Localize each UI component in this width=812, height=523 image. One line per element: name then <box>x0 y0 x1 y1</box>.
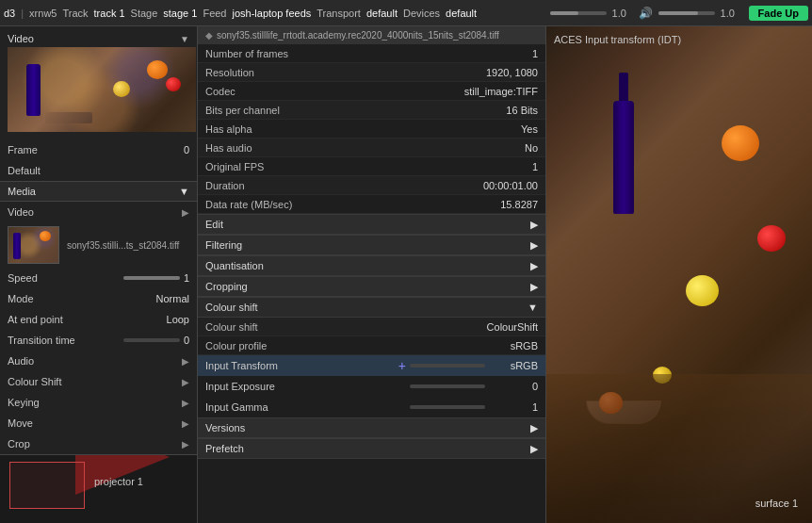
move-label: Move <box>8 417 33 429</box>
input-gamma-slider[interactable] <box>410 405 485 409</box>
surface-label: surface 1 <box>755 498 798 509</box>
speed-row: Speed 1 <box>0 268 197 288</box>
quantisation-section[interactable]: Quantisation ▶ <box>198 255 545 276</box>
edit-section[interactable]: Edit ▶ <box>198 214 545 235</box>
fade-up-button[interactable]: Fade Up <box>749 6 808 21</box>
center-panel: ◆ sonyf35.stilllife_rrtodt.academy.rec20… <box>198 26 546 523</box>
move-arrow-icon: ▶ <box>182 418 189 429</box>
thumb-bottle <box>26 64 41 116</box>
colour-shift-value-row: Colour shift ColourShift <box>198 318 545 336</box>
keying-arrow-icon: ▶ <box>182 398 189 408</box>
keying-section[interactable]: Keying ▶ <box>0 392 197 413</box>
transport-name[interactable]: default <box>366 8 398 19</box>
preview-image: ACES Input transform (IDT) surface 1 <box>546 26 812 523</box>
speed-slider[interactable] <box>123 276 180 280</box>
feed-name[interactable]: josh-laptop feeds <box>232 8 311 19</box>
small-thumb-area: sonyf35.stilli...ts_st2084.tiff <box>0 222 197 268</box>
colour-shift-value: ColourShift <box>487 321 538 333</box>
frame-value: 0 <box>184 144 189 155</box>
input-transform-value: sRGB <box>491 360 538 371</box>
input-transform-row[interactable]: Input Transform + sRGB <box>198 355 545 376</box>
input-transform-slider[interactable] <box>410 364 485 368</box>
audio-row-label: Has audio <box>205 142 252 154</box>
crop-arrow-icon: ▶ <box>182 439 189 449</box>
bits-value: 16 Bits <box>506 105 538 116</box>
codec-row: Codec still_image:TIFF <box>198 82 545 101</box>
input-gamma-value: 1 <box>491 401 538 413</box>
projector-label: projector 1 <box>94 476 143 487</box>
d3-label: d3 <box>4 8 15 19</box>
quantisation-label: Quantisation <box>205 260 264 271</box>
transition-label: Transition time <box>8 335 75 346</box>
video-sub-arrow: ▶ <box>182 207 189 218</box>
input-exposure-value: 0 <box>491 381 538 392</box>
resolution-value: 1920, 1080 <box>486 67 538 78</box>
track-name[interactable]: track 1 <box>94 8 125 19</box>
filtering-arrow-icon: ▶ <box>530 239 538 252</box>
move-section[interactable]: Move ▶ <box>0 413 197 433</box>
colour-shift-section[interactable]: Colour Shift ▶ <box>0 371 197 392</box>
file-path-icon: ◆ <box>205 30 213 41</box>
preview-bottle <box>613 101 634 214</box>
thumb-fruit3 <box>166 77 181 91</box>
input-gamma-label: Input Gamma <box>205 401 410 413</box>
versions-arrow-icon: ▶ <box>530 422 538 434</box>
video-section-header[interactable]: Video ▼ <box>4 30 193 47</box>
audio-section[interactable]: Audio ▶ <box>0 351 197 371</box>
colour-shift-arrow-icon: ▶ <box>182 377 189 387</box>
track-label: Track <box>62 8 88 19</box>
prefetch-section[interactable]: Prefetch ▶ <box>198 438 545 459</box>
stage-name[interactable]: stage 1 <box>163 8 197 19</box>
at-end-label: At end point <box>8 314 63 325</box>
cropping-arrow-icon: ▶ <box>530 281 538 293</box>
bits-label: Bits per channel <box>205 105 280 116</box>
colour-profile-row: Colour profile sRGB <box>198 336 545 355</box>
vol-slider-left[interactable] <box>550 11 607 15</box>
media-section-header[interactable]: Media ▼ <box>0 181 197 202</box>
duration-row: Duration 00:00:01.00 <box>198 176 545 195</box>
filtering-section[interactable]: Filtering ▶ <box>198 235 545 255</box>
stage-label: Stage <box>131 8 158 19</box>
devices-name[interactable]: default <box>446 8 477 19</box>
vol-slider-right[interactable] <box>658 11 715 15</box>
audio-row-value: No <box>525 142 538 154</box>
transition-row: Transition time 0 <box>0 330 197 351</box>
video-sub-section[interactable]: Video ▶ <box>0 202 197 222</box>
quantisation-arrow-icon: ▶ <box>530 260 538 272</box>
crop-section[interactable]: Crop ▶ <box>0 433 197 454</box>
versions-section[interactable]: Versions ▶ <box>198 417 545 438</box>
codec-value: still_image:TIFF <box>464 86 538 97</box>
input-transform-label: Input Transform <box>205 360 398 371</box>
codec-label: Codec <box>205 86 235 97</box>
video-section: Video ▼ <box>0 26 197 139</box>
alpha-row: Has alpha Yes <box>198 120 545 139</box>
feed-label: Feed <box>203 8 226 19</box>
video-thumbnail <box>8 47 196 132</box>
small-thumbnail <box>8 226 59 264</box>
file-path-row: ◆ sonyf35.stilllife_rrtodt.academy.rec20… <box>198 26 545 44</box>
colour-shift-center-arrow-icon: ▼ <box>528 302 538 313</box>
video-sub-label: Video <box>8 206 34 218</box>
transition-slider[interactable] <box>123 338 180 342</box>
prefetch-label: Prefetch <box>205 443 244 454</box>
frame-row: Frame 0 <box>0 139 197 160</box>
fps-label: Original FPS <box>205 161 264 172</box>
prefetch-arrow-icon: ▶ <box>530 443 538 455</box>
speed-label: Speed <box>8 272 38 284</box>
mode-value: Normal <box>156 293 189 304</box>
preview-orange <box>722 125 759 161</box>
input-exposure-slider[interactable] <box>410 384 485 388</box>
colour-shift-center-label: Colour shift <box>205 302 258 313</box>
frames-row: Number of frames 1 <box>198 44 545 63</box>
at-end-row: At end point Loop <box>0 309 197 330</box>
colour-shift-center-section[interactable]: Colour shift ▼ <box>198 297 545 318</box>
thumb-bowl <box>45 112 92 123</box>
alpha-label: Has alpha <box>205 123 252 135</box>
input-gamma-row: Input Gamma 1 <box>198 397 545 417</box>
projector-area: projector 1 <box>0 454 197 523</box>
colour-profile-label: Colour profile <box>205 340 267 351</box>
cropping-section[interactable]: Cropping ▶ <box>198 276 545 297</box>
default-row: Default <box>0 160 197 181</box>
left-panel: Video ▼ Frame 0 Default <box>0 26 198 523</box>
aces-label: ACES Input transform (IDT) <box>554 34 681 45</box>
